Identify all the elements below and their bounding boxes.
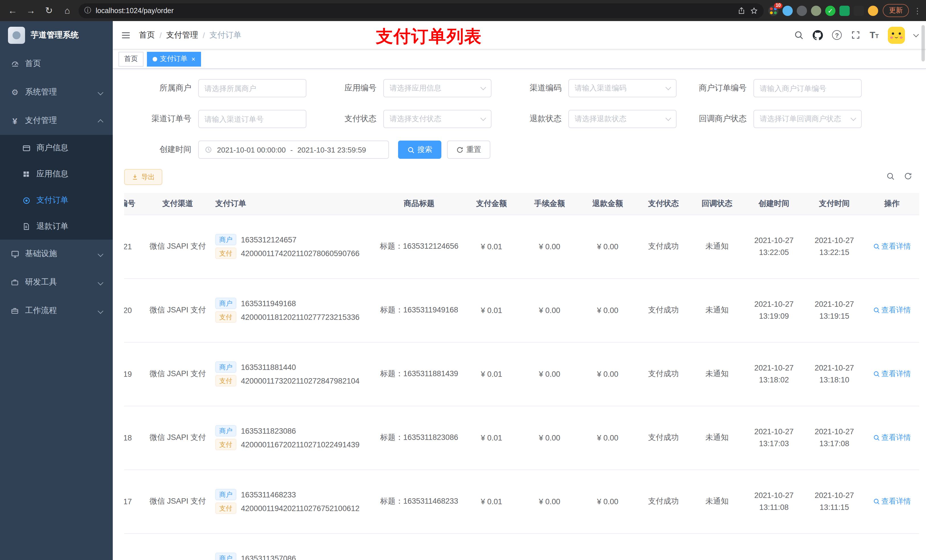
sidebar-item-label: 支付管理 [25, 116, 57, 126]
cell-channel: 微信 JSAPI 支付 [146, 278, 210, 342]
home-icon[interactable]: ⌂ [61, 4, 74, 17]
view-detail-link[interactable]: 查看详情 [873, 496, 911, 507]
sidebar-toggle-icon[interactable] [121, 30, 131, 40]
font-size-icon[interactable]: TT [870, 30, 879, 40]
vertical-scrollbar[interactable] [921, 25, 925, 62]
breadcrumb-home[interactable]: 首页 [139, 30, 155, 40]
back-icon[interactable]: ← [6, 4, 20, 17]
user-menu-caret-icon[interactable] [913, 31, 919, 37]
sidebar-item-infra[interactable]: 基础设施 [0, 240, 113, 268]
cell-refund: ¥ 0.00 [579, 342, 637, 406]
view-detail-link[interactable]: 查看详情 [873, 433, 911, 443]
cell-fee: ¥ 0.00 [520, 469, 579, 533]
reset-button[interactable]: 重置 [447, 140, 490, 159]
sidebar-item-pay-order[interactable]: 支付订单 [0, 187, 113, 213]
logo-avatar [8, 27, 25, 44]
col-status: 支付状态 [637, 193, 690, 214]
search-icon[interactable] [794, 30, 803, 40]
grid-icon [22, 170, 31, 178]
reload-icon[interactable]: ↻ [42, 4, 56, 17]
main-area: 首页 / 支付管理 / 支付订单 支付订单列表 ? [113, 21, 926, 560]
tab-home[interactable]: 首页 [118, 51, 144, 66]
search-button[interactable]: 搜索 [398, 140, 441, 159]
view-detail-link[interactable]: 查看详情 [873, 369, 911, 379]
target-icon [22, 196, 31, 205]
site-info-icon[interactable]: ⓘ [84, 6, 91, 15]
tab-label: 首页 [124, 54, 138, 64]
browser-menu-icon[interactable]: ⋮ [914, 6, 920, 15]
extension-icon-green-check[interactable]: ✓ [825, 5, 835, 16]
pay-status-select[interactable]: 请选择支付状态 [383, 110, 492, 128]
breadcrumb-pay-manage[interactable]: 支付管理 [166, 30, 198, 40]
fullscreen-icon[interactable] [851, 30, 861, 40]
cell-notify: 未通知 [690, 214, 744, 278]
channel-code-select[interactable]: 请输入渠道编码 [568, 79, 676, 97]
cell-notify [690, 533, 744, 560]
view-detail-link[interactable]: 查看详情 [873, 241, 911, 252]
pay-submenu: 商户信息 应用信息 支付订单 [0, 135, 113, 240]
cell-notify: 未通知 [690, 469, 744, 533]
notify-status-select[interactable]: 请选择订单回调商户状态 [754, 110, 862, 128]
github-icon[interactable] [813, 30, 823, 40]
export-button[interactable]: 导出 [124, 169, 162, 185]
refresh-icon[interactable] [904, 172, 912, 183]
channel-order-no-input[interactable] [198, 110, 306, 128]
chevron-down-icon [850, 115, 856, 121]
field-label: 回调商户状态 [679, 114, 754, 124]
sidebar-item-system[interactable]: ⚙︎ 系统管理 [0, 78, 113, 106]
address-bar[interactable]: ⓘ localhost:1024/pay/order [79, 3, 764, 18]
sidebar-item-home[interactable]: 首页 [0, 50, 113, 78]
cell-actions: 查看详情 [864, 406, 919, 469]
browser-update-button[interactable]: 更新 [883, 4, 909, 17]
cell-amount: ¥ 0.01 [462, 469, 520, 533]
forward-icon[interactable]: → [24, 4, 38, 17]
extension-icon-olive[interactable] [811, 5, 821, 16]
breadcrumb-separator: / [203, 30, 205, 39]
date-separator: - [290, 145, 293, 154]
pay-order-line: 支付 4200001167202110271022491439 [215, 439, 374, 450]
extension-icon-blue[interactable] [782, 5, 793, 16]
cell-actions: 查看详情 [864, 214, 919, 278]
tab-pay-order[interactable]: 支付订单 × [147, 51, 201, 66]
cell-notify: 未通知 [690, 278, 744, 342]
extension-icon-dark-pin[interactable] [854, 5, 864, 16]
filter-app: 应用编号 请选择应用信息 [309, 79, 494, 97]
extension-icon-gray[interactable] [797, 5, 807, 16]
share-icon[interactable] [737, 6, 746, 15]
extension-icon-colorful[interactable]: 10 [768, 5, 779, 16]
close-icon[interactable]: × [191, 56, 195, 62]
cell-created: 2021-10-27 13:11:08 [744, 469, 804, 533]
merchant-input[interactable] [198, 79, 306, 97]
extension-icon-emoji[interactable] [868, 5, 878, 16]
merchant-order-no-input[interactable] [754, 79, 862, 97]
table-row: 商户 1635311357086 支付 查看详情 [124, 533, 919, 560]
cell-title: 标题：1635311881439 [376, 342, 462, 406]
merchant-order-line: 商户 1635311357086 [215, 552, 374, 560]
cell-channel: 微信 JSAPI 支付 [146, 406, 210, 469]
date-range-picker[interactable]: 2021-10-01 00:00:00 - 2021-10-31 23:59:5… [198, 140, 389, 159]
cell-paid: 2021-10-27 13:18:10 [804, 342, 864, 406]
sidebar-item-pay[interactable]: ¥ 支付管理 [0, 106, 113, 135]
select-placeholder: 请选择支付状态 [390, 114, 481, 124]
cell-fee: ¥ 0.00 [520, 278, 579, 342]
sidebar-item-merchant-info[interactable]: 商户信息 [0, 135, 113, 161]
toggle-search-icon[interactable] [886, 172, 895, 183]
help-icon[interactable]: ? [832, 30, 842, 40]
chevron-down-icon [666, 115, 671, 121]
logo-row[interactable]: 芋道管理系统 [0, 21, 113, 50]
pay-order-no: 4200001167202110271022491439 [241, 440, 359, 449]
extension-icon-green-chat[interactable] [840, 5, 850, 16]
col-refund: 退款金额 [579, 193, 637, 214]
view-detail-link[interactable]: 查看详情 [873, 305, 911, 315]
app-select[interactable]: 请选择应用信息 [383, 79, 492, 97]
chevron-down-icon [480, 85, 486, 90]
filter-create-time: 创建时间 2021-10-01 00:00:00 - 2021-10-31 23… [124, 140, 389, 159]
user-avatar[interactable] [888, 26, 905, 44]
refund-status-select[interactable]: 请选择退款状态 [568, 110, 676, 128]
sidebar-item-devtools[interactable]: 研发工具 [0, 268, 113, 296]
sidebar-item-workflow[interactable]: 工作流程 [0, 296, 113, 325]
bookmark-star-icon[interactable] [750, 6, 758, 15]
sidebar-item-refund-order[interactable]: 退款订单 [0, 213, 113, 240]
cell-notify: 未通知 [690, 406, 744, 469]
sidebar-item-app-info[interactable]: 应用信息 [0, 161, 113, 187]
